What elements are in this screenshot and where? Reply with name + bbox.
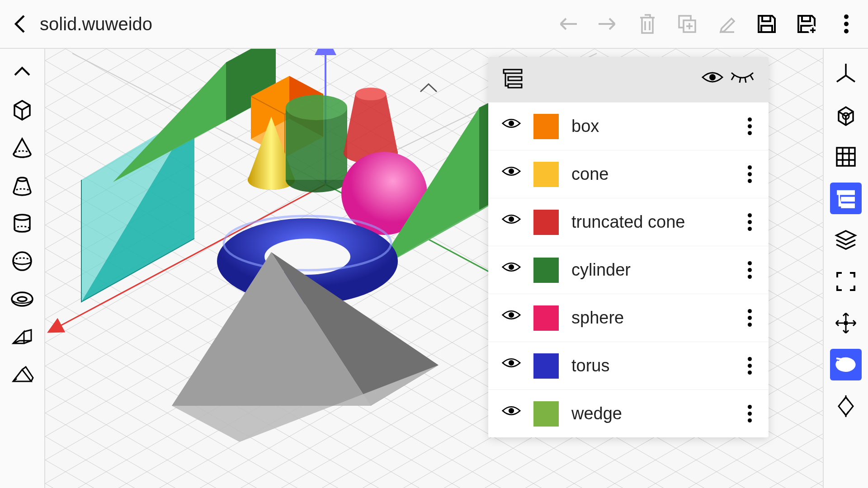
collapse-up-button[interactable] <box>9 58 36 85</box>
layer-row[interactable]: cylinder <box>488 246 769 294</box>
svg-rect-30 <box>508 84 522 88</box>
layer-menu-button[interactable] <box>744 165 755 183</box>
grid-button[interactable] <box>830 141 862 173</box>
layer-visibility-toggle[interactable] <box>502 404 521 423</box>
axes-view-button[interactable] <box>830 58 862 89</box>
svg-point-32 <box>509 120 514 126</box>
hide-all-button[interactable] <box>730 70 755 89</box>
object-cylinder[interactable] <box>286 95 347 192</box>
sphere-tool[interactable] <box>9 248 36 275</box>
axes-icon <box>834 62 858 85</box>
cube-icon <box>11 98 33 121</box>
svg-point-7 <box>18 178 27 181</box>
cylinder-icon <box>11 212 33 235</box>
truncated-cone-icon <box>11 174 33 197</box>
rotate-button[interactable] <box>830 349 862 380</box>
home-view-button[interactable] <box>830 99 862 131</box>
wedge-tool[interactable] <box>9 324 36 351</box>
right-toolbar <box>823 49 868 488</box>
layer-menu-button[interactable] <box>744 405 755 422</box>
layers-tree-icon <box>836 188 856 208</box>
truncated-cone-tool[interactable] <box>9 172 36 199</box>
layers-tree-icon[interactable] <box>502 67 527 92</box>
layer-color-swatch <box>533 353 559 379</box>
layer-row[interactable]: truncated cone <box>488 198 769 246</box>
edit-button[interactable] <box>714 11 740 37</box>
layer-color-swatch <box>533 114 559 139</box>
rotate-icon <box>835 357 857 373</box>
layer-row[interactable]: sphere <box>488 294 769 342</box>
svg-rect-41 <box>842 197 854 201</box>
undo-icon <box>557 15 579 33</box>
chevron-up-icon <box>12 65 32 78</box>
move-button[interactable] <box>830 307 862 339</box>
layer-menu-button[interactable] <box>744 117 755 135</box>
layer-color-swatch <box>533 210 559 235</box>
viewport[interactable]: box cone truncated cone cylinder <box>45 49 823 488</box>
app: solid.wuweido <box>0 0 868 488</box>
grid-icon <box>835 146 857 168</box>
stack-layers-button[interactable] <box>830 224 862 256</box>
torus-icon <box>10 290 34 308</box>
chevron-left-icon <box>12 13 28 35</box>
left-toolbar <box>0 49 45 488</box>
layer-name-label: cylinder <box>571 260 731 280</box>
layer-visibility-toggle[interactable] <box>502 117 521 136</box>
layer-row[interactable]: wedge <box>488 389 769 437</box>
svg-rect-40 <box>838 191 854 194</box>
prism-icon <box>10 365 34 385</box>
trash-icon <box>637 13 657 35</box>
svg-point-21 <box>286 95 347 120</box>
svg-point-38 <box>509 408 514 413</box>
layer-menu-button[interactable] <box>744 357 755 375</box>
duplicate-button[interactable] <box>675 11 700 37</box>
layer-menu-button[interactable] <box>744 261 755 279</box>
scale-button[interactable] <box>830 390 862 422</box>
layers-button[interactable] <box>830 183 862 214</box>
delete-button[interactable] <box>635 11 660 37</box>
layer-visibility-toggle[interactable] <box>502 213 521 232</box>
layer-row[interactable]: cone <box>488 150 769 198</box>
layer-menu-button[interactable] <box>744 309 755 327</box>
save-as-button[interactable] <box>794 11 819 37</box>
file-title: solid.wuweido <box>40 14 152 34</box>
save-as-icon <box>796 13 817 35</box>
layer-row[interactable]: torus <box>488 342 769 389</box>
layer-name-label: cone <box>571 164 731 184</box>
layer-name-label: torus <box>571 356 731 375</box>
layers-panel-header <box>488 57 769 102</box>
svg-point-10 <box>12 292 33 306</box>
layer-name-label: wedge <box>571 404 731 423</box>
scale-icon <box>835 395 857 417</box>
layer-color-swatch <box>533 162 559 187</box>
show-all-button[interactable] <box>702 70 721 89</box>
svg-point-3 <box>844 14 849 19</box>
svg-point-11 <box>18 297 27 301</box>
layers-panel: box cone truncated cone cylinder <box>488 57 769 437</box>
cube-home-icon <box>834 103 858 127</box>
cylinder-tool[interactable] <box>9 210 36 237</box>
prism-tool[interactable] <box>9 361 36 389</box>
save-button[interactable] <box>754 11 779 37</box>
redo-button[interactable] <box>595 11 620 37</box>
torus-tool[interactable] <box>9 286 36 313</box>
layer-visibility-toggle[interactable] <box>502 261 521 280</box>
layer-visibility-toggle[interactable] <box>502 165 521 184</box>
fullscreen-button[interactable] <box>830 266 862 297</box>
layer-visibility-toggle[interactable] <box>502 309 521 328</box>
box-tool[interactable] <box>9 96 36 123</box>
layer-menu-button[interactable] <box>744 213 755 231</box>
layer-visibility-toggle[interactable] <box>502 357 521 375</box>
more-vertical-icon <box>844 13 849 35</box>
fullscreen-icon <box>835 271 856 292</box>
undo-button[interactable] <box>555 11 580 37</box>
svg-point-37 <box>509 360 514 365</box>
more-button[interactable] <box>834 11 859 37</box>
svg-rect-29 <box>508 77 522 80</box>
object-pyramid[interactable] <box>172 252 439 442</box>
svg-point-4 <box>844 22 849 26</box>
cone-tool[interactable] <box>9 134 36 161</box>
back-button[interactable] <box>9 13 31 35</box>
duplicate-icon <box>676 13 698 35</box>
layer-row[interactable]: box <box>488 102 769 150</box>
